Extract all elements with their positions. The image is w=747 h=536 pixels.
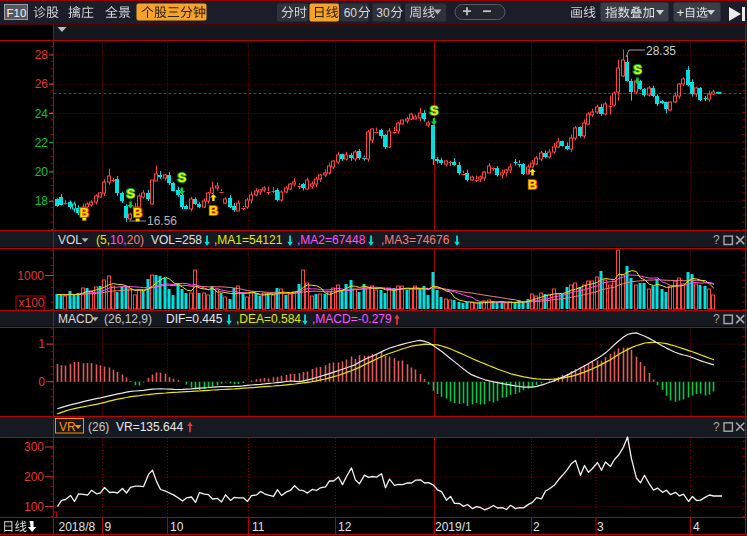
svg-text:(26,12,9)DIF=0.445,DEA=0.584,M: (26,12,9)DIF=0.445,DEA=0.584,MACD=-0.279 <box>104 312 392 326</box>
svg-text:B: B <box>528 177 537 192</box>
svg-text:26: 26 <box>35 77 49 91</box>
svg-text:4: 4 <box>693 520 700 534</box>
svg-text:B: B <box>209 203 218 218</box>
svg-text:F10: F10 <box>7 7 27 19</box>
svg-text:S: S <box>633 62 642 77</box>
svg-text:20: 20 <box>35 165 49 179</box>
svg-text:1: 1 <box>38 337 45 351</box>
svg-text:?: ? <box>713 420 720 434</box>
svg-text:100: 100 <box>24 500 44 514</box>
svg-text:60: 60 <box>344 6 358 20</box>
svg-text:S: S <box>177 170 186 185</box>
svg-text:22: 22 <box>35 136 49 150</box>
svg-text:18: 18 <box>35 194 49 208</box>
svg-text:B: B <box>133 205 142 220</box>
svg-text:S: S <box>430 103 439 118</box>
svg-text:24: 24 <box>35 107 49 121</box>
svg-text:30: 30 <box>376 6 390 20</box>
svg-text:28: 28 <box>35 48 49 62</box>
svg-text:VOL: VOL <box>58 233 82 247</box>
svg-text:2019/1: 2019/1 <box>435 520 472 534</box>
svg-text:0: 0 <box>38 375 45 389</box>
svg-text:(26)VR=135.644: (26)VR=135.644 <box>88 420 183 434</box>
svg-text:9: 9 <box>105 520 112 534</box>
svg-text:1000: 1000 <box>17 269 44 283</box>
svg-text:11: 11 <box>252 520 265 534</box>
svg-text:?: ? <box>713 233 720 247</box>
svg-text:2018/8: 2018/8 <box>59 520 96 534</box>
svg-text:S: S <box>126 186 135 201</box>
svg-text:28.35: 28.35 <box>646 44 676 58</box>
svg-text:x100: x100 <box>19 296 45 310</box>
svg-text:16.56: 16.56 <box>147 214 177 228</box>
svg-text:B: B <box>80 205 89 220</box>
svg-text:+: + <box>677 5 685 20</box>
svg-text:10: 10 <box>170 520 184 534</box>
svg-text:3: 3 <box>597 520 604 534</box>
svg-text:VR: VR <box>59 420 76 434</box>
svg-text:200: 200 <box>24 470 44 484</box>
svg-text:2: 2 <box>533 520 540 534</box>
svg-text:12: 12 <box>338 520 352 534</box>
svg-text:300: 300 <box>24 440 44 454</box>
svg-text:?: ? <box>713 312 720 326</box>
svg-text:MACD: MACD <box>58 312 94 326</box>
